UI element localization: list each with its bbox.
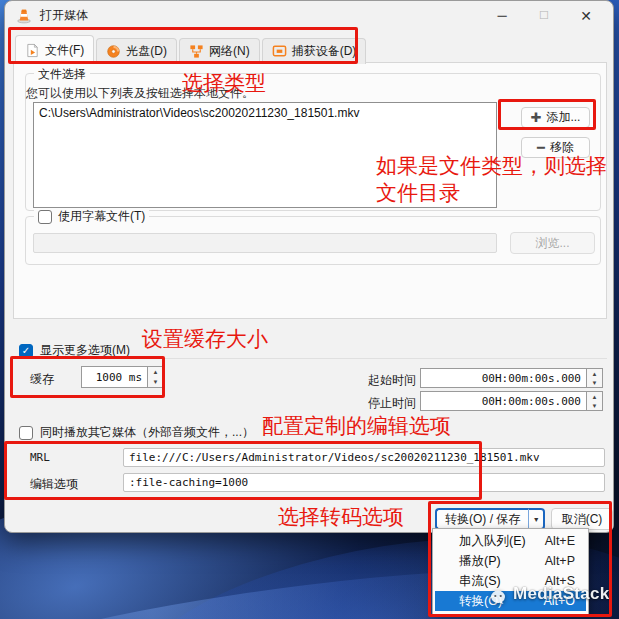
start-time-spinner[interactable]: 00H:00m:00s.000 ▲ ▼ <box>420 368 603 388</box>
edit-options-input[interactable] <box>123 473 605 492</box>
menu-item-shortcut: Alt+E <box>545 534 575 548</box>
desktop: 打开媒体 ─ ☐ ✕ 文件(F) <box>0 0 619 619</box>
mrl-input[interactable] <box>123 448 605 467</box>
file-list-item[interactable]: C:\Users\Administrator\Videos\sc20020211… <box>34 103 496 123</box>
capture-icon <box>272 44 287 59</box>
spinner-up-icon[interactable]: ▲ <box>587 369 602 378</box>
remove-button[interactable]: ━ 移除 <box>521 137 590 158</box>
spinner-down-icon[interactable]: ▼ <box>587 401 602 410</box>
titlebar: 打开媒体 ─ ☐ ✕ <box>5 1 613 30</box>
spinner-down-icon[interactable]: ▼ <box>587 378 602 387</box>
watermark-text: MediaStack <box>513 584 610 604</box>
use-subtitle-checkbox[interactable] <box>38 210 52 224</box>
menu-item-enqueue[interactable]: 加入队列(E) Alt+E <box>435 531 586 551</box>
cache-spinner[interactable]: 1000 ms ▲ ▼ <box>81 366 164 388</box>
mediastack-logo-icon <box>487 583 509 605</box>
edit-options-label: 编辑选项 <box>30 476 78 493</box>
minus-icon: ━ <box>537 141 545 154</box>
file-icon <box>25 43 40 58</box>
tab-capture[interactable]: 捕获设备(D) <box>262 38 367 64</box>
convert-save-split-button[interactable]: 转换(O) / 保存 ▼ <box>435 508 545 530</box>
network-icon <box>189 44 204 59</box>
show-more-checkbox[interactable]: ✓ <box>19 344 33 358</box>
mrl-label: MRL <box>30 451 50 464</box>
convert-save-button[interactable]: 转换(O) / 保存 <box>435 508 529 530</box>
use-subtitle-label: 使用字幕文件(T) <box>58 208 145 225</box>
add-button-label: 添加... <box>546 109 580 126</box>
show-more-label: 显示更多选项(M) <box>40 342 130 359</box>
cache-value[interactable]: 1000 ms <box>81 366 147 388</box>
tab-label: 光盘(D) <box>126 43 167 60</box>
dropdown-arrow-icon[interactable]: ▼ <box>529 508 545 530</box>
spinner-up-icon[interactable]: ▲ <box>148 367 163 377</box>
vlc-cone-icon <box>16 8 32 24</box>
tab-network[interactable]: 网络(N) <box>179 38 260 64</box>
group-title: 文件选择 <box>34 66 90 83</box>
menu-item-play[interactable]: 播放(P) Alt+P <box>435 551 586 571</box>
cancel-button[interactable]: 取消(C) <box>551 508 613 530</box>
menu-item-shortcut: Alt+P <box>545 554 575 568</box>
play-other-label: 同时播放其它媒体（外部音频文件，...） <box>40 424 254 441</box>
menu-item-label: 加入队列(E) <box>459 533 526 550</box>
remove-button-label: 移除 <box>550 139 574 156</box>
tab-label: 文件(F) <box>45 42 84 59</box>
tab-label: 网络(N) <box>209 43 250 60</box>
tab-file[interactable]: 文件(F) <box>15 35 94 64</box>
spinner-up-icon[interactable]: ▲ <box>587 392 602 401</box>
tabbar: 文件(F) 光盘(D) 网络(N) <box>15 34 368 63</box>
tab-disc[interactable]: 光盘(D) <box>96 38 177 64</box>
file-list[interactable]: C:\Users\Administrator\Videos\sc20020211… <box>33 102 497 208</box>
disc-icon <box>106 44 121 59</box>
add-button[interactable]: ✚ 添加... <box>521 107 590 128</box>
start-time-value[interactable]: 00H:00m:00s.000 <box>420 368 586 388</box>
window-title: 打开媒体 <box>40 7 88 24</box>
cache-label: 缓存 <box>30 371 54 388</box>
plus-icon: ✚ <box>531 111 542 124</box>
watermark: MediaStack <box>487 583 610 605</box>
close-button[interactable]: ✕ <box>565 1 607 30</box>
menu-item-label: 播放(P) <box>459 553 501 570</box>
tab-label: 捕获设备(D) <box>292 43 357 60</box>
stop-time-label: 停止时间 <box>368 395 416 412</box>
minimize-button[interactable]: ─ <box>481 1 523 30</box>
divider <box>13 358 607 359</box>
browse-button[interactable]: 浏览... <box>510 232 595 254</box>
stop-time-spinner[interactable]: 00H:00m:00s.000 ▲ ▼ <box>420 391 603 411</box>
stop-time-value[interactable]: 00H:00m:00s.000 <box>420 391 586 411</box>
maximize-button[interactable]: ☐ <box>523 1 565 30</box>
open-media-dialog: 打开媒体 ─ ☐ ✕ 文件(F) <box>4 0 614 533</box>
file-selection-description: 您可以使用以下列表及按钮选择本地文件。 <box>26 85 254 102</box>
subtitle-path-input[interactable] <box>33 233 497 253</box>
start-time-label: 起始时间 <box>368 372 416 389</box>
play-other-checkbox[interactable] <box>19 426 33 440</box>
spinner-down-icon[interactable]: ▼ <box>148 377 163 387</box>
